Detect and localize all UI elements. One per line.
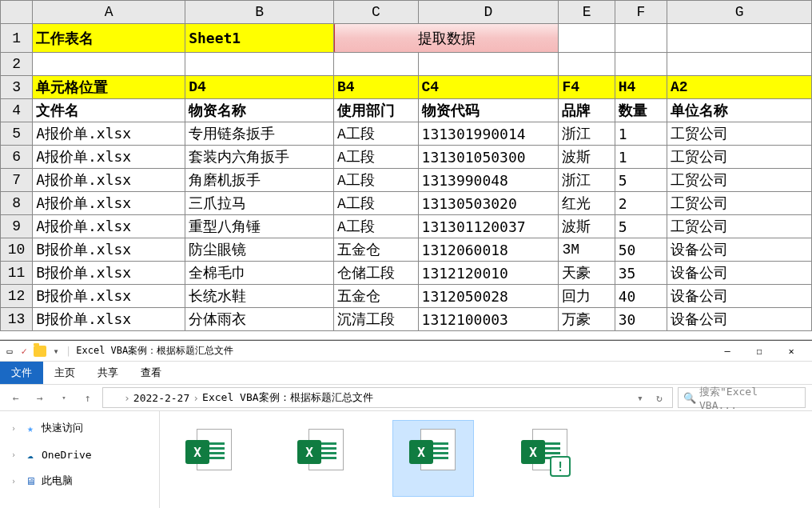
cell-A7[interactable]: A报价单.xlsx xyxy=(33,169,185,192)
address-bar[interactable]: › 2022-2-27 › Excel VBA案例：根据标题汇总文件 ▾ ↻ xyxy=(102,387,673,408)
row-header-7[interactable]: 7 xyxy=(1,169,33,192)
cell-B6[interactable]: 套装内六角扳手 xyxy=(185,146,334,169)
cell-E3[interactable]: F4 xyxy=(559,76,615,99)
file-item[interactable]: X xyxy=(281,421,361,496)
nav-back-button[interactable]: ← xyxy=(6,388,26,407)
chevron-right-icon[interactable]: › xyxy=(124,392,130,404)
cell-F12[interactable]: 40 xyxy=(615,285,667,308)
row-header-10[interactable]: 10 xyxy=(1,238,33,262)
cell-E6[interactable]: 波斯 xyxy=(559,146,615,169)
cell-A12[interactable]: B报价单.xlsx xyxy=(33,285,185,308)
maximize-button[interactable]: ☐ xyxy=(743,342,775,361)
cell-D9[interactable]: 131301120037 xyxy=(418,215,559,238)
cell-A10[interactable]: B报价单.xlsx xyxy=(33,238,185,262)
explorer-file-pane[interactable]: X X X X ! xyxy=(160,411,812,508)
cell-F1[interactable] xyxy=(615,24,667,53)
cell-C7[interactable]: A工段 xyxy=(334,169,419,192)
properties-icon[interactable]: ▭ xyxy=(5,346,14,356)
row-header-11[interactable]: 11 xyxy=(1,262,33,285)
explorer-titlebar[interactable]: ▭ ✓ ▾ | Excel VBA案例：根据标题汇总文件 — ☐ ✕ xyxy=(0,341,812,362)
breadcrumb-segment[interactable]: 2022-2-27 xyxy=(133,392,189,404)
cell-G8[interactable]: 工贸公司 xyxy=(667,192,812,215)
extract-data-button[interactable]: 提取数据 xyxy=(334,24,559,53)
cell-A3[interactable]: 单元格位置 xyxy=(33,76,185,99)
cell-G5[interactable]: 工贸公司 xyxy=(667,122,812,146)
cell-E7[interactable]: 浙江 xyxy=(559,169,615,192)
cell-F3[interactable]: H4 xyxy=(615,76,667,99)
cell-A4[interactable]: 文件名 xyxy=(33,99,185,122)
cell-C4[interactable]: 使用部门 xyxy=(334,99,419,122)
cell-G3[interactable]: A2 xyxy=(667,76,812,99)
row-header-9[interactable]: 9 xyxy=(1,215,33,238)
nav-forward-button[interactable]: → xyxy=(30,388,50,407)
cell-B3[interactable]: D4 xyxy=(185,76,334,99)
cell-D6[interactable]: 131301050300 xyxy=(418,146,559,169)
cell-C11[interactable]: 仓储工段 xyxy=(334,262,419,285)
nav-up-button[interactable]: ↑ xyxy=(78,388,98,407)
cell-B1[interactable]: Sheet1 xyxy=(185,24,334,53)
cell-G13[interactable]: 设备公司 xyxy=(667,308,812,331)
row-header-13[interactable]: 13 xyxy=(1,308,33,331)
cell-C12[interactable]: 五金仓 xyxy=(334,285,419,308)
cell-C2[interactable] xyxy=(334,53,419,76)
sidebar-quick-access[interactable]: › ★ 快速访问 xyxy=(0,418,159,438)
cell-A5[interactable]: A报价单.xlsx xyxy=(33,122,185,146)
cell-G4[interactable]: 单位名称 xyxy=(667,99,812,122)
cell-B9[interactable]: 重型八角锤 xyxy=(185,215,334,238)
cell-G12[interactable]: 设备公司 xyxy=(667,285,812,308)
refresh-button[interactable]: ↻ xyxy=(651,388,667,407)
col-header-A[interactable]: A xyxy=(33,1,185,24)
cell-E2[interactable] xyxy=(559,53,615,76)
cell-F10[interactable]: 50 xyxy=(615,238,667,262)
cell-C13[interactable]: 沉清工段 xyxy=(334,308,419,331)
cell-D11[interactable]: 1312120010 xyxy=(418,262,559,285)
cell-F8[interactable]: 2 xyxy=(615,192,667,215)
search-box[interactable]: 🔍 搜索"Excel VBA... xyxy=(678,387,806,408)
nav-history-dropdown[interactable]: ▾ xyxy=(54,388,74,407)
tab-view[interactable]: 查看 xyxy=(129,362,173,384)
chevron-right-icon[interactable]: › xyxy=(193,392,199,404)
cell-A1[interactable]: 工作表名 xyxy=(33,24,185,53)
cell-G1[interactable] xyxy=(667,24,812,53)
cell-A11[interactable]: B报价单.xlsx xyxy=(33,262,185,285)
cell-A9[interactable]: A报价单.xlsx xyxy=(33,215,185,238)
cell-E10[interactable]: 3M xyxy=(559,238,615,262)
cell-B2[interactable] xyxy=(185,53,334,76)
sidebar-onedrive[interactable]: › ☁ OneDrive xyxy=(0,445,159,464)
check-icon[interactable]: ✓ xyxy=(19,346,29,356)
cell-B5[interactable]: 专用链条扳手 xyxy=(185,122,334,146)
close-button[interactable]: ✕ xyxy=(775,342,807,361)
tab-file[interactable]: 文件 xyxy=(0,362,43,384)
cell-A2[interactable] xyxy=(33,53,185,76)
cell-B13[interactable]: 分体雨衣 xyxy=(185,308,334,331)
file-item[interactable]: X ! xyxy=(505,421,585,496)
cell-B7[interactable]: 角磨机扳手 xyxy=(185,169,334,192)
row-header-12[interactable]: 12 xyxy=(1,285,33,308)
row-header-8[interactable]: 8 xyxy=(1,192,33,215)
file-item[interactable]: X xyxy=(393,421,473,496)
cell-F7[interactable]: 5 xyxy=(615,169,667,192)
row-header-3[interactable]: 3 xyxy=(1,76,33,99)
cell-D10[interactable]: 1312060018 xyxy=(418,238,559,262)
cell-C10[interactable]: 五金仓 xyxy=(334,238,419,262)
select-all-corner[interactable] xyxy=(1,1,33,24)
breadcrumb-segment[interactable]: Excel VBA案例：根据标题汇总文件 xyxy=(202,390,372,405)
col-header-F[interactable]: F xyxy=(615,1,667,24)
cell-E11[interactable]: 天豪 xyxy=(559,262,615,285)
cell-E5[interactable]: 浙江 xyxy=(559,122,615,146)
cell-E13[interactable]: 万豪 xyxy=(559,308,615,331)
cell-G10[interactable]: 设备公司 xyxy=(667,238,812,262)
cell-G6[interactable]: 工贸公司 xyxy=(667,146,812,169)
cell-E12[interactable]: 回力 xyxy=(559,285,615,308)
cell-C6[interactable]: A工段 xyxy=(334,146,419,169)
cell-B10[interactable]: 防尘眼镜 xyxy=(185,238,334,262)
cell-G7[interactable]: 工贸公司 xyxy=(667,169,812,192)
cell-F5[interactable]: 1 xyxy=(615,122,667,146)
cell-C3[interactable]: B4 xyxy=(334,76,419,99)
cell-B8[interactable]: 三爪拉马 xyxy=(185,192,334,215)
cell-F4[interactable]: 数量 xyxy=(615,99,667,122)
file-item[interactable]: X xyxy=(169,421,249,496)
cell-D3[interactable]: C4 xyxy=(418,76,559,99)
cell-D13[interactable]: 1312100003 xyxy=(418,308,559,331)
cell-E9[interactable]: 波斯 xyxy=(559,215,615,238)
